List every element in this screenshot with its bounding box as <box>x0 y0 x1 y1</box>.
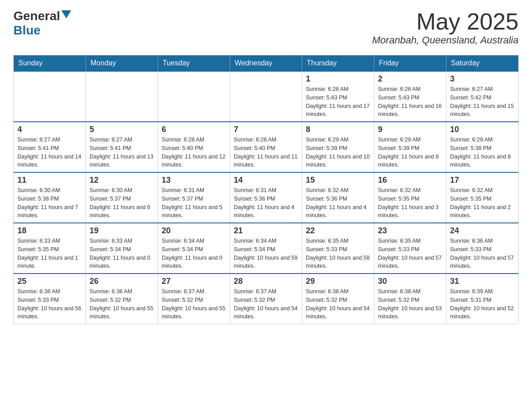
day-info: Sunrise: 6:36 AMSunset: 5:32 PMDaylight:… <box>90 287 154 321</box>
logo-triangle-icon <box>61 10 71 20</box>
day-number: 9 <box>378 125 442 134</box>
day-number: 19 <box>90 226 154 235</box>
calendar-cell: 19Sunrise: 6:33 AMSunset: 5:34 PMDayligh… <box>86 223 158 274</box>
day-number: 16 <box>378 176 442 185</box>
day-info: Sunrise: 6:29 AMSunset: 5:38 PMDaylight:… <box>450 136 515 169</box>
calendar-cell: 28Sunrise: 6:37 AMSunset: 5:32 PMDayligh… <box>230 274 302 324</box>
day-number: 1 <box>306 74 370 84</box>
calendar-cell: 4Sunrise: 6:27 AMSunset: 5:41 PMDaylight… <box>14 122 86 172</box>
calendar-cell: 10Sunrise: 6:29 AMSunset: 5:38 PMDayligh… <box>446 122 519 172</box>
calendar-cell: 30Sunrise: 6:38 AMSunset: 5:32 PMDayligh… <box>374 274 446 324</box>
calendar-header-row: SundayMondayTuesdayWednesdayThursdayFrid… <box>14 56 519 72</box>
day-number: 21 <box>234 226 298 235</box>
calendar-cell: 27Sunrise: 6:37 AMSunset: 5:32 PMDayligh… <box>158 274 230 324</box>
calendar-cell: 8Sunrise: 6:29 AMSunset: 5:39 PMDaylight… <box>302 122 374 172</box>
calendar-cell: 24Sunrise: 6:36 AMSunset: 5:33 PMDayligh… <box>446 223 519 274</box>
day-info: Sunrise: 6:33 AMSunset: 5:34 PMDaylight:… <box>90 237 154 270</box>
day-number: 10 <box>450 125 515 134</box>
day-number: 26 <box>90 277 154 286</box>
day-info: Sunrise: 6:32 AMSunset: 5:35 PMDaylight:… <box>450 186 515 220</box>
day-number: 6 <box>162 125 226 134</box>
day-number: 18 <box>17 226 82 235</box>
calendar-week-row: 4Sunrise: 6:27 AMSunset: 5:41 PMDaylight… <box>14 122 519 172</box>
day-number: 25 <box>17 277 82 286</box>
day-info: Sunrise: 6:34 AMSunset: 5:34 PMDaylight:… <box>234 237 298 270</box>
calendar-cell: 1Sunrise: 6:26 AMSunset: 5:43 PMDaylight… <box>302 71 374 122</box>
day-info: Sunrise: 6:27 AMSunset: 5:41 PMDaylight:… <box>17 136 82 169</box>
calendar-cell: 22Sunrise: 6:35 AMSunset: 5:33 PMDayligh… <box>302 223 374 274</box>
calendar-cell: 12Sunrise: 6:30 AMSunset: 5:37 PMDayligh… <box>86 172 158 223</box>
day-number: 30 <box>378 277 442 286</box>
day-info: Sunrise: 6:35 AMSunset: 5:33 PMDaylight:… <box>378 237 442 270</box>
calendar-cell: 2Sunrise: 6:26 AMSunset: 5:43 PMDaylight… <box>374 71 446 122</box>
day-info: Sunrise: 6:31 AMSunset: 5:36 PMDaylight:… <box>234 186 298 220</box>
calendar-cell: 26Sunrise: 6:36 AMSunset: 5:32 PMDayligh… <box>86 274 158 324</box>
day-number: 11 <box>17 176 82 185</box>
calendar-header-sunday: Sunday <box>14 56 86 72</box>
day-info: Sunrise: 6:26 AMSunset: 5:43 PMDaylight:… <box>306 85 370 119</box>
day-info: Sunrise: 6:33 AMSunset: 5:35 PMDaylight:… <box>17 237 82 270</box>
calendar-header-tuesday: Tuesday <box>158 56 230 72</box>
calendar-header-friday: Friday <box>374 56 446 72</box>
calendar-cell: 20Sunrise: 6:34 AMSunset: 5:34 PMDayligh… <box>158 223 230 274</box>
calendar-cell <box>158 71 230 122</box>
day-number: 14 <box>234 176 298 185</box>
calendar-week-row: 25Sunrise: 6:36 AMSunset: 5:33 PMDayligh… <box>14 274 519 324</box>
calendar-week-row: 1Sunrise: 6:26 AMSunset: 5:43 PMDaylight… <box>14 71 519 122</box>
title-block: May 2025 Moranbah, Queensland, Australia <box>372 9 519 46</box>
day-number: 5 <box>90 125 154 134</box>
logo-general: General <box>13 9 60 23</box>
day-info: Sunrise: 6:26 AMSunset: 5:43 PMDaylight:… <box>378 85 442 119</box>
day-number: 31 <box>450 277 515 286</box>
calendar-cell <box>14 71 86 122</box>
logo-blue: Blue <box>13 23 41 38</box>
day-info: Sunrise: 6:34 AMSunset: 5:34 PMDaylight:… <box>162 237 226 270</box>
day-number: 8 <box>306 125 370 134</box>
day-info: Sunrise: 6:31 AMSunset: 5:37 PMDaylight:… <box>162 186 226 220</box>
day-number: 22 <box>306 226 370 235</box>
calendar-cell: 5Sunrise: 6:27 AMSunset: 5:41 PMDaylight… <box>86 122 158 172</box>
day-info: Sunrise: 6:30 AMSunset: 5:38 PMDaylight:… <box>17 186 82 220</box>
location: Moranbah, Queensland, Australia <box>372 34 519 46</box>
day-number: 17 <box>450 176 515 185</box>
day-info: Sunrise: 6:38 AMSunset: 5:32 PMDaylight:… <box>378 287 442 321</box>
calendar-cell: 7Sunrise: 6:28 AMSunset: 5:40 PMDaylight… <box>230 122 302 172</box>
day-info: Sunrise: 6:36 AMSunset: 5:33 PMDaylight:… <box>450 237 515 270</box>
day-number: 2 <box>378 74 442 84</box>
calendar-cell: 6Sunrise: 6:28 AMSunset: 5:40 PMDaylight… <box>158 122 230 172</box>
calendar-cell: 17Sunrise: 6:32 AMSunset: 5:35 PMDayligh… <box>446 172 519 223</box>
calendar-cell: 23Sunrise: 6:35 AMSunset: 5:33 PMDayligh… <box>374 223 446 274</box>
calendar-cell: 21Sunrise: 6:34 AMSunset: 5:34 PMDayligh… <box>230 223 302 274</box>
day-number: 20 <box>162 226 226 235</box>
day-info: Sunrise: 6:38 AMSunset: 5:32 PMDaylight:… <box>306 287 370 321</box>
day-info: Sunrise: 6:32 AMSunset: 5:36 PMDaylight:… <box>306 186 370 220</box>
calendar-header-monday: Monday <box>86 56 158 72</box>
calendar-week-row: 18Sunrise: 6:33 AMSunset: 5:35 PMDayligh… <box>14 223 519 274</box>
day-number: 12 <box>90 176 154 185</box>
day-number: 7 <box>234 125 298 134</box>
day-number: 27 <box>162 277 226 286</box>
calendar-cell: 15Sunrise: 6:32 AMSunset: 5:36 PMDayligh… <box>302 172 374 223</box>
day-info: Sunrise: 6:28 AMSunset: 5:40 PMDaylight:… <box>234 136 298 169</box>
day-info: Sunrise: 6:37 AMSunset: 5:32 PMDaylight:… <box>162 287 226 321</box>
calendar-header-wednesday: Wednesday <box>230 56 302 72</box>
day-info: Sunrise: 6:39 AMSunset: 5:31 PMDaylight:… <box>450 287 515 321</box>
calendar-cell <box>86 71 158 122</box>
day-number: 28 <box>234 277 298 286</box>
page-header: General Blue May 2025 Moranbah, Queensla… <box>13 9 519 46</box>
day-info: Sunrise: 6:36 AMSunset: 5:33 PMDaylight:… <box>17 287 82 321</box>
day-number: 3 <box>450 74 515 84</box>
day-number: 15 <box>306 176 370 185</box>
calendar-cell: 31Sunrise: 6:39 AMSunset: 5:31 PMDayligh… <box>446 274 519 324</box>
day-info: Sunrise: 6:32 AMSunset: 5:35 PMDaylight:… <box>378 186 442 220</box>
svg-marker-0 <box>61 10 71 18</box>
calendar-cell: 11Sunrise: 6:30 AMSunset: 5:38 PMDayligh… <box>14 172 86 223</box>
day-number: 4 <box>17 125 82 134</box>
day-info: Sunrise: 6:28 AMSunset: 5:40 PMDaylight:… <box>162 136 226 169</box>
calendar-cell: 18Sunrise: 6:33 AMSunset: 5:35 PMDayligh… <box>14 223 86 274</box>
calendar-week-row: 11Sunrise: 6:30 AMSunset: 5:38 PMDayligh… <box>14 172 519 223</box>
day-info: Sunrise: 6:37 AMSunset: 5:32 PMDaylight:… <box>234 287 298 321</box>
day-info: Sunrise: 6:35 AMSunset: 5:33 PMDaylight:… <box>306 237 370 270</box>
day-info: Sunrise: 6:27 AMSunset: 5:42 PMDaylight:… <box>450 85 515 119</box>
month-title: May 2025 <box>372 9 519 34</box>
